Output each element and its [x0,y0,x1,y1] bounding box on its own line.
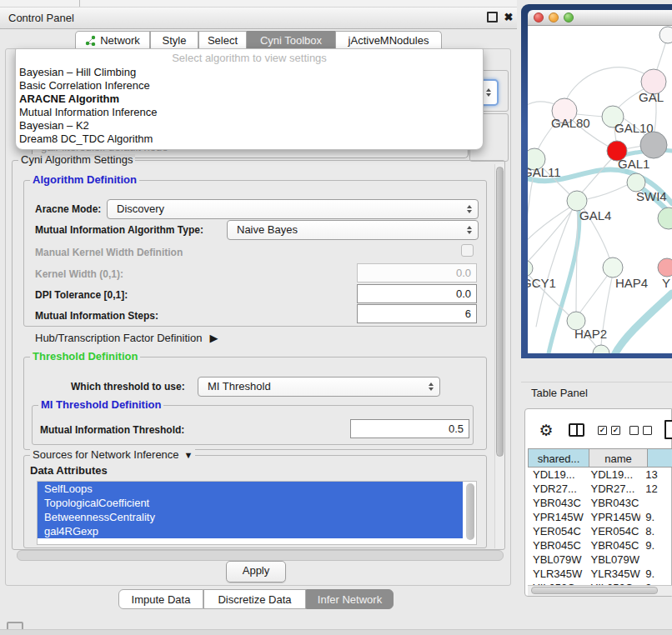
network-node-label: GAL80 [551,116,590,130]
tab-discretize-data[interactable]: Discretize Data [203,589,306,609]
network-edge[interactable] [587,185,627,199]
gear-icon[interactable]: ⚙ [537,421,555,441]
table-cell: 9. [640,567,672,581]
data-attributes-list[interactable]: SelfLoopsTopologicalCoefficientBetweenne… [37,481,477,545]
collapse-down-icon: ▼ [184,449,193,461]
tab-jactivemnodules[interactable]: jActiveMNodules [335,31,442,48]
columns-icon[interactable] [569,423,584,437]
network-node-label: SWI4 [636,189,667,203]
table-column-header[interactable] [648,448,672,468]
network-node-label: GAL4 [579,208,611,222]
select-all-icon[interactable]: ✓ ✓ [598,426,620,435]
algorithm-option[interactable]: Dream8 DC_TDC Algorithm [16,132,483,146]
tab-network[interactable]: Network [75,31,150,48]
network-node[interactable] [603,258,623,278]
table-row[interactable]: YBL079WYBL079W [528,552,672,567]
algorithm-option[interactable]: Basic Correlation Inference [16,79,483,92]
sources-group-title[interactable]: Sources for Network Inference ▼ [30,449,195,461]
tab-infer-network[interactable]: Infer Network [306,589,394,609]
table-cell: YBR043C [586,496,641,510]
table-row[interactable]: YPR145WYPR145W9. [528,510,672,524]
network-edge[interactable] [576,211,578,312]
algorithm-option[interactable]: ARACNE Algorithm [16,92,483,106]
attributes-scrollbar-thumb[interactable] [466,483,474,540]
table-row[interactable]: YDL19...YDL19...13 [528,468,672,482]
table-cell: YBR045C [586,538,641,552]
mi-threshold-input[interactable]: 0.5 [350,419,469,438]
tab-select[interactable]: Select [198,31,247,48]
table-row[interactable]: YLR345WYLR345W9. [528,567,672,581]
algorithm-menu: Select algorithm to view settings Bayesi… [15,48,484,150]
bottom-strip [0,629,672,635]
algorithm-option[interactable]: Mutual Information Inference [16,106,483,119]
table-cell: YPR145W [528,510,586,524]
mi-steps-input[interactable]: 6 [357,304,477,323]
document-icon[interactable] [664,420,672,439]
network-node-label: HAP2 [574,327,607,341]
control-panel-titlebar: Control Panel [0,7,517,29]
stepper-icon [429,382,434,391]
hub-definition-label: Hub/Transcription Factor Definition [35,332,202,345]
manual-kernel-checkbox[interactable] [461,244,474,257]
table-hscrollbar-thumb[interactable] [531,587,658,594]
settings-scrollbar[interactable] [494,164,504,548]
dpi-tolerance-input[interactable]: 0.0 [357,284,477,303]
tab-impute-data[interactable]: Impute Data [118,589,203,609]
network-edge[interactable] [528,170,534,260]
network-edge[interactable] [614,293,672,353]
network-canvas[interactable]: GALGAL80GAL10GAL1GAL11SWI4GAL4GCY1HAP4YH… [528,26,672,353]
close-traffic-light-icon[interactable] [534,12,544,22]
attribute-item[interactable]: BetweennessCentrality [38,510,463,524]
float-window-icon[interactable] [487,12,498,22]
table-row[interactable]: YDR27...YDR27...12 [528,482,672,496]
algorithm-menu-options: Bayesian – Hill ClimbingBasic Correlatio… [16,66,483,146]
close-icon[interactable]: ✖ [501,7,516,28]
network-node[interactable] [593,345,609,353]
mi-type-select[interactable]: Naive Bayes [227,220,479,240]
kernel-width-input: 0.0 [357,263,477,282]
network-node[interactable] [659,27,672,43]
table-header: shared...name [528,448,672,468]
table-row[interactable]: YER054CYER054C8. [528,524,672,538]
threshold-definition-title: Threshold Definition [30,351,140,362]
attribute-item[interactable]: TopologicalCoefficient [38,496,463,510]
table-cell: YPR145W [586,510,641,524]
tab-label: Style [163,34,187,47]
minimize-traffic-light-icon[interactable] [549,12,559,22]
which-threshold-select[interactable]: MI Threshold [198,377,440,397]
table-body: YDL19...YDL19...13YDR27...YDR27...12YBR0… [528,468,672,586]
table-column-header[interactable]: name [589,448,648,468]
algorithm-option[interactable]: Bayesian – K2 [16,119,483,132]
settings-hscrollbar[interactable] [17,550,504,561]
algorithm-option[interactable]: Bayesian – Hill Climbing [16,66,483,79]
tab-label: jActiveMNodules [349,34,429,47]
tab-label: Network [100,34,140,47]
apply-button[interactable]: Apply [226,561,286,582]
network-graph: GALGAL80GAL10GAL1GAL11SWI4GAL4GCY1HAP4YH… [528,26,672,353]
stepper-icon [467,226,472,234]
tab-style[interactable]: Style [150,31,198,48]
table-row[interactable]: YBR043CYBR043C [528,496,672,510]
mi-type-value: Naive Bayes [237,223,298,236]
attribute-item[interactable]: SelfLoops [38,482,463,496]
stepper-icon [467,205,472,213]
settings-scrollbar-thumb[interactable] [496,167,504,457]
network-node[interactable] [528,260,533,277]
network-node[interactable] [658,208,672,229]
tab-label: Cyni Toolbox [260,34,322,47]
control-panel-title: Control Panel [8,12,74,24]
aracne-mode-select[interactable]: Discovery [107,199,479,219]
deselect-all-icon[interactable] [629,426,652,435]
network-edge[interactable] [579,275,608,313]
network-node[interactable] [640,132,667,158]
network-edge[interactable] [528,208,574,262]
table-row[interactable]: YBR045CYBR045C9. [528,538,672,552]
zoom-traffic-light-icon[interactable] [564,12,574,22]
dpi-tolerance-label: DPI Tolerance [0,1]: [35,288,128,302]
tab-cyni-toolbox[interactable]: Cyni Toolbox [247,31,335,48]
hub-definition-expander[interactable]: Hub/Transcription Factor Definition ▶ [35,332,218,345]
table-column-header[interactable]: shared... [528,448,589,468]
attribute-item[interactable]: gal4RGexp [38,524,463,538]
table-cell: YLR345W [586,567,641,581]
network-node[interactable] [658,258,672,277]
